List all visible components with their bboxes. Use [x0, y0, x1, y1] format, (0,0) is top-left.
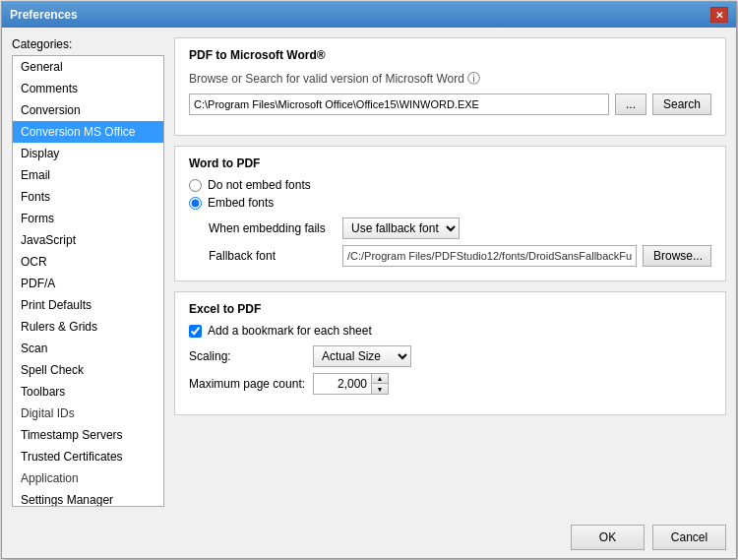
word-path-input[interactable] [189, 93, 609, 115]
close-button[interactable]: ✕ [710, 7, 728, 23]
dialog-title: Preferences [10, 8, 78, 22]
dialog-footer: OK Cancel [2, 517, 736, 558]
embed-label: Embed fonts [208, 196, 274, 210]
embed-fonts-radio-group: Do not embed fonts Embed fonts [189, 178, 711, 210]
preferences-dialog: Preferences ✕ Categories: GeneralComment… [1, 1, 737, 559]
when-embedding-fails-select[interactable]: Use fallback font Skip font [342, 218, 460, 239]
sidebar-item-conversion-ms-office[interactable]: Conversion MS Office [13, 121, 163, 143]
when-embedding-fails-row: When embedding fails Use fallback font S… [209, 218, 711, 239]
spinbox-arrows: ▲ ▼ [372, 373, 389, 395]
sidebar-item-forms[interactable]: Forms [13, 208, 163, 229]
pdf-to-word-info: Browse or Search for valid version of Mi… [189, 70, 711, 88]
pdf-to-word-title: PDF to Microsoft Word® [189, 48, 711, 62]
main-content: PDF to Microsoft Word® Browse or Search … [174, 37, 726, 507]
sidebar: Categories: GeneralCommentsConversionCon… [12, 37, 164, 507]
help-icon[interactable]: ⓘ [467, 71, 480, 86]
sidebar-item-print-defaults[interactable]: Print Defaults [13, 294, 163, 316]
embed-options: When embedding fails Use fallback font S… [209, 218, 711, 267]
categories-label: Categories: [12, 37, 164, 51]
fallback-font-browse-button[interactable]: Browse... [643, 245, 711, 267]
dialog-body: Categories: GeneralCommentsConversionCon… [2, 28, 736, 517]
sidebar-item-conversion[interactable]: Conversion [13, 99, 163, 121]
sidebar-item-application[interactable]: Application [13, 467, 163, 489]
word-search-button[interactable]: Search [652, 93, 711, 115]
sidebar-item-digital-ids[interactable]: Digital IDs [13, 403, 163, 424]
max-page-input[interactable] [313, 373, 372, 395]
spinbox-up-button[interactable]: ▲ [372, 374, 388, 384]
sidebar-item-general[interactable]: General [13, 56, 163, 78]
embed-radio[interactable] [189, 197, 202, 210]
scaling-row: Scaling: Actual Size Fit to Page Custom [189, 345, 711, 367]
no-embed-radio-row: Do not embed fonts [189, 178, 711, 192]
sidebar-item-comments[interactable]: Comments [13, 78, 163, 99]
max-page-spinbox: ▲ ▼ [313, 373, 389, 395]
scaling-select[interactable]: Actual Size Fit to Page Custom [313, 345, 411, 367]
word-to-pdf-title: Word to PDF [189, 156, 711, 170]
cancel-button[interactable]: Cancel [652, 525, 726, 550]
bookmark-label: Add a bookmark for each sheet [208, 324, 372, 338]
fallback-font-row: Fallback font Browse... [209, 245, 711, 267]
sidebar-item-scan[interactable]: Scan [13, 338, 163, 359]
word-browse-button[interactable]: ... [615, 93, 646, 115]
no-embed-label: Do not embed fonts [208, 178, 311, 192]
max-page-label: Maximum page count: [189, 377, 307, 391]
sidebar-item-display[interactable]: Display [13, 143, 163, 164]
categories-list: GeneralCommentsConversionConversion MS O… [12, 55, 164, 507]
excel-to-pdf-section: Excel to PDF Add a bookmark for each she… [174, 291, 726, 415]
sidebar-item-spell-check[interactable]: Spell Check [13, 359, 163, 381]
title-bar: Preferences ✕ [2, 2, 736, 28]
embed-radio-row: Embed fonts [189, 196, 711, 210]
no-embed-radio[interactable] [189, 179, 202, 192]
when-embedding-fails-label: When embedding fails [209, 221, 337, 235]
spinbox-down-button[interactable]: ▼ [372, 384, 388, 394]
sidebar-item-rulers-&-grids[interactable]: Rulers & Grids [13, 316, 163, 338]
sidebar-item-trusted-certificates[interactable]: Trusted Certificates [13, 446, 163, 467]
fallback-font-input[interactable] [342, 245, 637, 267]
max-page-row: Maximum page count: ▲ ▼ [189, 373, 711, 395]
sidebar-item-settings-manager[interactable]: Settings Manager [13, 489, 163, 507]
scaling-label: Scaling: [189, 349, 307, 363]
sidebar-item-timestamp-servers[interactable]: Timestamp Servers [13, 424, 163, 446]
word-path-row: ... Search [189, 93, 711, 115]
word-to-pdf-section: Word to PDF Do not embed fonts Embed fon… [174, 146, 726, 281]
excel-to-pdf-title: Excel to PDF [189, 302, 711, 316]
sidebar-item-pdf/a[interactable]: PDF/A [13, 273, 163, 294]
sidebar-item-ocr[interactable]: OCR [13, 251, 163, 273]
pdf-to-word-section: PDF to Microsoft Word® Browse or Search … [174, 37, 726, 136]
sidebar-item-toolbars[interactable]: Toolbars [13, 381, 163, 403]
ok-button[interactable]: OK [571, 525, 645, 550]
sidebar-item-fonts[interactable]: Fonts [13, 186, 163, 208]
bookmark-checkbox-row: Add a bookmark for each sheet [189, 324, 711, 338]
fallback-font-label: Fallback font [209, 249, 337, 263]
bookmark-checkbox[interactable] [189, 325, 202, 338]
sidebar-item-javascript[interactable]: JavaScript [13, 229, 163, 251]
sidebar-item-email[interactable]: Email [13, 164, 163, 186]
